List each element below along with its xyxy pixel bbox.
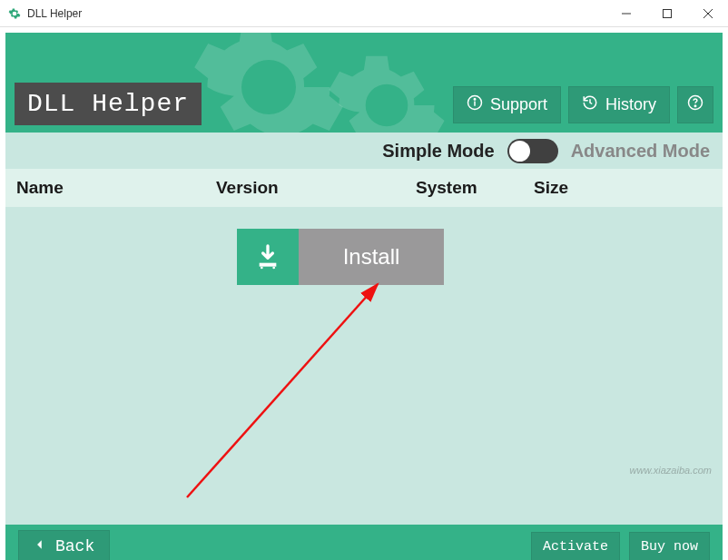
install-label: Install (343, 244, 400, 270)
svg-point-8 (694, 105, 696, 107)
mode-bar: Simple Mode Advanced Mode (5, 133, 723, 169)
svg-point-10 (272, 267, 275, 270)
history-label: History (605, 95, 656, 114)
back-label: Back (55, 537, 94, 555)
column-size: Size (534, 178, 712, 198)
install-button[interactable]: Install (299, 229, 444, 285)
content-area: Install www.xiazaiba.com (5, 207, 723, 525)
window-title: DLL Helper (27, 7, 605, 20)
activate-button[interactable]: Activate (531, 532, 620, 561)
back-button[interactable]: Back (18, 530, 110, 560)
mode-toggle[interactable] (507, 139, 558, 163)
column-name: Name (16, 178, 216, 198)
annotation-arrow (169, 270, 405, 506)
chevron-left-icon (34, 537, 46, 555)
svg-point-9 (261, 267, 263, 270)
buy-now-label: Buy now (641, 539, 698, 555)
watermark: www.xiazaiba.com (630, 465, 712, 476)
simple-mode-label: Simple Mode (382, 141, 494, 162)
window-close-button[interactable] (687, 0, 728, 27)
window-titlebar: DLL Helper (0, 0, 728, 27)
help-icon (687, 94, 703, 115)
app-header: DLL Helper Support History (5, 33, 723, 133)
app-icon (7, 6, 22, 21)
support-label: Support (490, 95, 547, 114)
history-button[interactable]: History (568, 86, 670, 123)
activate-label: Activate (543, 539, 608, 555)
support-button[interactable]: Support (453, 86, 561, 123)
column-system: System (416, 178, 534, 198)
advanced-mode-label: Advanced Mode (571, 141, 710, 162)
help-button[interactable] (677, 86, 713, 123)
app-logo: DLL Helper (15, 83, 202, 125)
buy-now-button[interactable]: Buy now (629, 532, 710, 561)
svg-point-6 (474, 99, 476, 101)
info-icon (467, 94, 483, 115)
history-icon (582, 94, 598, 115)
window-minimize-button[interactable] (605, 0, 646, 27)
table-header: Name Version System Size (5, 169, 723, 207)
footer: Back Activate Buy now (5, 525, 723, 560)
column-version: Version (216, 178, 416, 198)
window-maximize-button[interactable] (646, 0, 687, 27)
svg-line-11 (187, 284, 378, 497)
svg-rect-1 (663, 9, 671, 17)
download-icon (237, 229, 299, 285)
toggle-knob (509, 141, 530, 162)
install-group: Install (237, 229, 444, 285)
